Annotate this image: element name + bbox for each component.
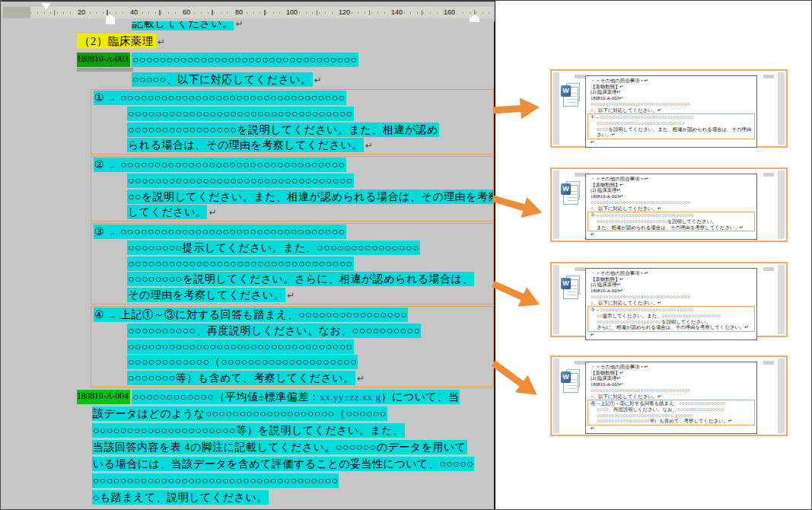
preview-card-2: W ・＜その他の照会事項＞↵ 【薬物動態】↵ (2) 臨床薬理↵ 180810-… bbox=[550, 167, 788, 242]
a004-line5: いる場合には、当該データを含めて評価することの妥当性について、○○○○○ bbox=[92, 457, 474, 471]
mini-ruler-left bbox=[575, 75, 585, 78]
card-right-gutter bbox=[778, 72, 785, 145]
mini-ruler-left bbox=[575, 361, 585, 365]
screenshot-root: 記載してください。↵ （2）臨床薬理↵ 180810-A-003 ○○○○○○○… bbox=[0, 0, 812, 510]
horizontal-ruler[interactable]: 20 40 60 80 100 120 140 160 bbox=[2, 1, 495, 21]
mini-page: ・＜その他の照会事項＞↵ 【薬物動態】↵ (2) 臨床薬理↵ 180810-A-… bbox=[585, 75, 757, 148]
mini-ruler-right bbox=[763, 361, 774, 365]
ruler-number: 80 bbox=[234, 8, 244, 16]
paragraph-mark: ↵ bbox=[365, 140, 373, 151]
preview-card-3: W ・＜その他の照会事項＞↵ 【薬物動態】↵ (2) 臨床薬理↵ 180810-… bbox=[550, 262, 788, 337]
mini-inquiry-box: ②→○○○○○○○○○○○○○○○○○○○○○○○○○○○○○○○○ ○○○○○… bbox=[588, 212, 755, 231]
card-right-gutter bbox=[778, 171, 785, 239]
inquiry-box-1: ①→○○○○○○○○○○○○○○○○○○○○○○○○○○○○○○○○○ ○○○○… bbox=[91, 89, 494, 155]
mini-ruler-right bbox=[763, 75, 774, 78]
page-boundary-line bbox=[494, 1, 495, 510]
a003-line1: ○○○○○○○○○○○○○○○○○○○○○○○○○○○○○○○○○ bbox=[132, 53, 358, 67]
a004-line1: ○○○○○○○○○○○○（平均値±標準偏差：xx.yy±zz.xx g）について… bbox=[132, 390, 460, 404]
paragraph-mark: ↵ bbox=[357, 373, 365, 384]
mini-page: ・＜その他の照会事項＞↵ 【薬物動態】↵ (2) 臨床薬理↵ 180810-A-… bbox=[585, 362, 757, 434]
inquiry-box-3: ③→○○○○○○○○○○○○○○○○○○○○○○○○○○○○○○○○○ ○○○○… bbox=[91, 223, 494, 304]
preview-card-4: W ・＜その他の照会事項＞↵ 【薬物動態】↵ (2) 臨床薬理↵ 180810-… bbox=[550, 355, 788, 436]
card-left-gutter bbox=[553, 171, 559, 239]
badge-shadow bbox=[77, 68, 133, 72]
inquiry-box-2: ②→○○○○○○○○○○○○○○○○○○○○○○○○○○○○○○○○○ ○○○○… bbox=[91, 156, 494, 222]
paragraph-mark: ↵ bbox=[158, 37, 165, 47]
tab-mark: → bbox=[104, 228, 120, 237]
tab-mark: → bbox=[104, 311, 120, 320]
word-doc-icon: W bbox=[562, 276, 581, 300]
mini-ruler-right bbox=[763, 173, 774, 177]
mini-inquiry-box: ③→○○○○○○○○○○○○○○○○○○○○○○○○○○○○○○○○ ○○提示し… bbox=[588, 306, 755, 332]
ruler-number: 40 bbox=[129, 8, 139, 16]
a004-line4: 当該回答内容を表 4の脚注に記載してください。○○○○○○のデータを用いて bbox=[92, 440, 467, 454]
mini-ruler-right bbox=[763, 267, 774, 271]
a004-line6: ○○○○○○○○○○○○○○○○○○○○○○○○○○○○○○○○○○○○ bbox=[92, 473, 339, 488]
preview-card-1: W ・＜その他の照会事項＞↵ 【薬物動態】↵ (2) 臨床薬理↵ 180810-… bbox=[550, 69, 788, 148]
mini-inquiry-box: ④→上記①～③に対する回答も踏まえ、○○○○○○○○○○○○○○○○ ○○○○、… bbox=[588, 400, 755, 426]
a003-line2: ○○○○○、以下に対応してください。↵ bbox=[132, 72, 322, 87]
ruler-number: 140 bbox=[390, 8, 404, 16]
tab-mark: → bbox=[104, 94, 120, 103]
ruler-number: 160 bbox=[442, 8, 457, 16]
card-right-gutter bbox=[778, 359, 785, 433]
card-right-gutter bbox=[778, 265, 785, 334]
card-left-gutter bbox=[553, 72, 559, 145]
item-id-badge-a004: 180810-A-004 bbox=[77, 390, 130, 404]
paragraph-mark: ↵ bbox=[209, 207, 216, 218]
ruler-number: 100 bbox=[285, 8, 299, 16]
mini-inquiry-box: ①→○○○○○○○○○○○○○○○○○○○○○○○○○○○○○○○○ ○○○○○… bbox=[588, 113, 755, 139]
word-doc-icon: W bbox=[562, 181, 581, 206]
ruler-number: 120 bbox=[337, 8, 352, 16]
card-left-gutter bbox=[553, 265, 559, 334]
mini-page: ・＜その他の照会事項＞↵ 【薬物動態】↵ (2) 臨床薬理↵ 180810-A-… bbox=[585, 174, 757, 240]
ruler-number: 60 bbox=[181, 8, 192, 16]
paragraph-mark: ↵ bbox=[287, 290, 295, 301]
inquiry-box-4: ④→上記①～③に対する回答も踏まえ、○○○○○○○○○○○○○○○○ ○○○○○… bbox=[91, 306, 494, 387]
a004-line3: ○○○○○○○○○○○○○○○○○○○○○等）を説明してください。また、 bbox=[92, 423, 405, 438]
card-left-gutter bbox=[553, 359, 559, 433]
word-doc-icon: W bbox=[562, 369, 581, 394]
word-document-pane[interactable]: 記載してください。↵ （2）臨床薬理↵ 180810-A-003 ○○○○○○○… bbox=[1, 1, 495, 510]
mini-ruler-left bbox=[575, 173, 585, 177]
mini-ruler-left bbox=[575, 267, 585, 271]
section-heading-line: （2）臨床薬理↵ bbox=[77, 34, 165, 49]
section-heading: （2）臨床薬理 bbox=[77, 33, 156, 49]
a004-line7: ○も踏まえて、説明してください。 bbox=[92, 490, 269, 505]
a004-line2: 該データはどのような○○○○○○○○○○○○○○○○○○○（○○○○○○ bbox=[92, 406, 387, 421]
connector-arrow-1 bbox=[492, 92, 542, 126]
word-doc-icon: W bbox=[562, 83, 581, 107]
item-id-badge-a003: 180810-A-003 bbox=[77, 53, 130, 67]
stat-value: xx.yy±zz.xx g bbox=[320, 391, 381, 403]
tab-mark: → bbox=[104, 161, 120, 170]
ruler-left-margin bbox=[3, 7, 30, 18]
paragraph-mark: ↵ bbox=[314, 75, 322, 85]
mini-page: ・＜その他の照会事項＞↵ 【薬物動態】↵ (2) 臨床薬理↵ 180810-A-… bbox=[585, 268, 757, 340]
ruler-number: 20 bbox=[76, 8, 87, 16]
